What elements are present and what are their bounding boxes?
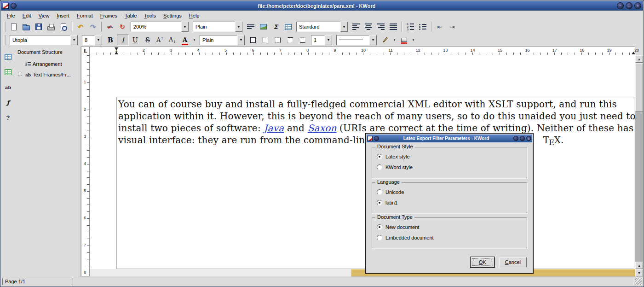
- menu-format[interactable]: Format: [73, 12, 97, 20]
- insert-formula-frame-icon[interactable]: Σ: [270, 21, 282, 32]
- bulleted-list-icon[interactable]: [417, 21, 429, 32]
- menu-file[interactable]: File: [3, 12, 19, 20]
- tree-expander-icon[interactable]: +: [18, 72, 22, 76]
- menu-table[interactable]: Table: [121, 12, 140, 20]
- strikethrough-icon[interactable]: S: [142, 35, 154, 46]
- background-color-arrow-icon[interactable]: ▼: [410, 35, 416, 46]
- vertical-scrollbar-thumb[interactable]: [635, 63, 643, 112]
- dialog-titlebar[interactable]: Latex Export Filter Parameters - KWord ×: [367, 135, 532, 142]
- radio-latin1[interactable]: latin1: [372, 197, 527, 208]
- resize-grip[interactable]: [635, 278, 642, 285]
- menu-edit[interactable]: Edit: [19, 12, 35, 20]
- document-canvas[interactable]: You can of course buy and install a full…: [90, 55, 635, 269]
- radio-icon[interactable]: [377, 164, 382, 170]
- decrease-indent-icon[interactable]: ⇤: [434, 21, 446, 32]
- char-style-value[interactable]: Plain: [200, 35, 237, 45]
- menu-view[interactable]: View: [35, 12, 53, 20]
- radio-embedded-document[interactable]: Embedded document: [372, 232, 527, 243]
- sticky-pin-icon[interactable]: [11, 3, 17, 9]
- superscript-icon[interactable]: A↑: [154, 35, 166, 46]
- save-icon[interactable]: [33, 21, 45, 32]
- align-justify-icon[interactable]: [387, 21, 399, 32]
- kword-app-icon[interactable]: [3, 3, 9, 9]
- text-color-arrow-icon[interactable]: ▼: [191, 35, 197, 46]
- dialog-minimize-button[interactable]: [513, 136, 518, 141]
- print-icon[interactable]: [45, 21, 57, 32]
- insert-table-icon[interactable]: [282, 21, 294, 32]
- border-style-dropdown-arrow-icon[interactable]: ▼: [369, 35, 377, 45]
- border-width-value[interactable]: 1: [311, 35, 325, 45]
- align-left-icon[interactable]: [350, 21, 362, 32]
- border-outline-icon[interactable]: [247, 35, 259, 46]
- border-left-icon[interactable]: [259, 35, 271, 46]
- dock-formula-icon[interactable]: ƒ: [2, 97, 14, 108]
- tab-stop-selector[interactable]: L: [81, 47, 90, 55]
- radio-kword-style[interactable]: KWord style: [372, 162, 527, 172]
- menu-insert[interactable]: Insert: [53, 12, 73, 20]
- dock-pictures-icon[interactable]: [2, 66, 14, 77]
- scroll-up-icon[interactable]: ▲: [635, 55, 643, 63]
- paragraph-style-dropdown-arrow-icon[interactable]: ▼: [340, 22, 348, 32]
- minimize-button[interactable]: −: [617, 2, 624, 9]
- insert-picture-frame-icon[interactable]: [257, 21, 269, 32]
- insert-text-frame-icon[interactable]: [245, 21, 257, 32]
- menu-help[interactable]: Help: [185, 12, 203, 20]
- border-color-arrow-icon[interactable]: ▼: [391, 35, 397, 46]
- border-top-icon[interactable]: [284, 35, 296, 46]
- background-color-icon[interactable]: [398, 35, 410, 46]
- char-style-dropdown-arrow-icon[interactable]: ▼: [237, 35, 245, 45]
- saxon-link[interactable]: Saxon: [308, 123, 337, 134]
- radio-icon[interactable]: [377, 235, 382, 240]
- radio-new-document[interactable]: New document: [372, 222, 527, 232]
- style-value[interactable]: Plain: [193, 22, 235, 32]
- dialog-maximize-button[interactable]: [520, 136, 525, 141]
- border-style-sample[interactable]: [336, 35, 369, 45]
- spellcheck-icon[interactable]: ABC✓: [104, 21, 116, 32]
- maximize-button[interactable]: □: [626, 2, 632, 9]
- dock-tables-icon[interactable]: [2, 51, 14, 62]
- kword-app-icon[interactable]: [368, 136, 373, 141]
- horizontal-ruler[interactable]: 1234567891011121314151617181920: [90, 47, 635, 55]
- font-size-input[interactable]: 8: [82, 35, 95, 45]
- style-dropdown-arrow-icon[interactable]: ▼: [235, 22, 242, 32]
- underline-icon[interactable]: U: [129, 35, 141, 46]
- scroll-up-icon[interactable]: ▲: [635, 262, 643, 269]
- subscript-icon[interactable]: A↓: [167, 35, 178, 46]
- sticky-pin-icon[interactable]: [374, 136, 379, 141]
- redo-icon[interactable]: ↷: [87, 21, 99, 32]
- zoom-input[interactable]: 200%: [131, 22, 181, 32]
- align-center-icon[interactable]: [362, 21, 374, 32]
- bold-icon[interactable]: B: [104, 35, 116, 46]
- font-size-dropdown-arrow-icon[interactable]: ▼: [95, 35, 102, 45]
- vertical-ruler[interactable]: 12345678: [81, 55, 90, 276]
- increase-indent-icon[interactable]: ⇥: [446, 21, 458, 32]
- radio-icon[interactable]: [377, 224, 382, 230]
- numbered-list-icon[interactable]: 123: [404, 21, 416, 32]
- window-titlebar[interactable]: file:/home/peter/doc/beginlatex/para.xml…: [1, 1, 643, 11]
- java-link[interactable]: Java: [264, 123, 284, 134]
- ok-button[interactable]: OK: [471, 257, 494, 267]
- align-right-icon[interactable]: [375, 21, 387, 32]
- radio-unicode[interactable]: Unicode: [372, 187, 527, 197]
- paragraph-style-value[interactable]: Standard: [296, 22, 340, 32]
- border-color-icon[interactable]: [379, 35, 391, 46]
- border-bottom-icon[interactable]: [297, 35, 309, 46]
- cancel-button[interactable]: Cancel: [499, 257, 527, 267]
- toolbar-drag-handle[interactable]: [3, 22, 6, 32]
- zoom-dropdown-arrow-icon[interactable]: ▼: [181, 22, 189, 32]
- undo-icon[interactable]: ↶: [75, 21, 86, 32]
- open-folder-icon[interactable]: [20, 21, 32, 32]
- menu-frames[interactable]: Frames: [97, 12, 121, 20]
- radio-icon[interactable]: [377, 189, 382, 195]
- text-color-icon[interactable]: A: [179, 35, 191, 46]
- tree-item-arrangement[interactable]: 12 Arrangement: [15, 59, 80, 69]
- radio-latex-style[interactable]: Latex style: [372, 151, 527, 162]
- font-dropdown-arrow-icon[interactable]: ▼: [70, 35, 78, 45]
- radio-icon[interactable]: [377, 154, 382, 159]
- horizontal-scrollbar[interactable]: [90, 269, 635, 276]
- vertical-scrollbar[interactable]: ▲ ▲ ▼: [635, 55, 643, 276]
- dialog-close-button[interactable]: ×: [526, 136, 531, 141]
- scroll-down-icon[interactable]: ▼: [635, 269, 643, 276]
- border-width-dropdown-arrow-icon[interactable]: ▼: [325, 35, 332, 45]
- border-right-icon[interactable]: [272, 35, 284, 46]
